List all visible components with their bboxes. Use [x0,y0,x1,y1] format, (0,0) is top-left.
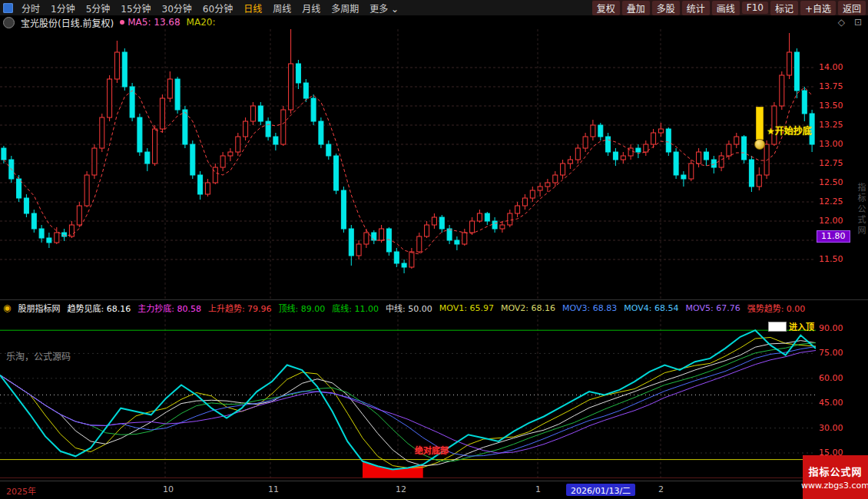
stock-logo-icon [3,17,15,28]
toolbar-actions: 复权叠加多股统计画线F10标记+自选返回 [592,0,868,15]
indicator-header: ◉ 股朋指标网 趋势见底: 68.16主力抄底: 80.58上升趋势: 79.9… [0,299,868,316]
price-axis-label: 13.00 [819,139,860,150]
period-tab[interactable]: 1分钟 [45,2,81,15]
watermark-site-name: 指标公式网 [808,464,862,478]
period-tab[interactable]: 5分钟 [81,2,116,15]
period-tab[interactable]: 月线 [297,2,326,15]
indicator-canvas[interactable] [0,315,816,481]
time-axis-label[interactable]: 2026/01/13/二 [566,484,635,496]
price-axis-label: 14.00 [819,62,860,73]
period-tab[interactable]: 更多 ⌄ [364,2,404,15]
price-axis-label: 13.75 [819,81,860,92]
period-tab[interactable]: 60分钟 [197,2,238,15]
indicator-panel[interactable]: 90.0075.0060.0045.0030.0015.00 绝对底部 进入顶 [0,315,868,481]
stock-title: 宝光股份(日线.前复权) [21,16,114,29]
current-price-badge: 11.80 [817,230,850,243]
right-watermark: 指标公式网 [854,183,866,236]
period-tab[interactable]: 15分钟 [115,2,156,15]
period-tab[interactable]: 周线 [267,2,297,15]
indicator-field: 顶线: 89.00 [279,302,326,314]
watermark-site-url: www.zbgs3.com [801,481,868,491]
candlestick-chart[interactable]: 14.0013.7513.5013.2513.0012.7512.5012.25… [0,29,868,299]
toolbar-button[interactable]: 返回 [838,1,866,15]
panel-layout-icon[interactable]: ⊡ [854,17,862,28]
indicator-field: MOV2: 68.16 [501,303,555,313]
indicator-field: MOV3: 68.83 [562,303,617,313]
diamond-tool-icon[interactable]: ◇ [838,17,845,28]
coin-icon [754,139,765,150]
indicator-field: 趋势见底: 68.16 [67,302,131,314]
watermark-badge: 指标公式网 www.zbgs3.com [803,455,868,499]
time-axis-label: 12 [396,484,406,494]
left-watermark: 乐淘，公式源码 [6,349,71,362]
toolbar-button[interactable]: +自选 [800,1,836,15]
indicator-source-icon: ◉ [3,302,11,313]
toolbar-button[interactable]: 标记 [770,1,798,15]
time-axis-label: 10 [163,484,174,494]
indicator-field: 底线: 11.00 [332,302,379,314]
time-axis[interactable]: 2025年10111212026/01/13/二2 [0,481,868,499]
toolbar-button[interactable]: F10 [742,2,768,14]
buy-signal-marker [756,107,764,140]
indicator-axis-label: 45.00 [819,398,860,408]
app-icon[interactable] [3,3,13,13]
buy-signal-label: ★开始抄底 [767,124,812,137]
period-tab[interactable]: 30分钟 [157,2,197,15]
topbar: 分时1分钟5分钟15分钟30分钟60分钟日线周线月线多周期更多 ⌄ 复权叠加多股… [0,0,868,16]
indicator-axis-label: 30.00 [819,423,860,434]
candles-canvas[interactable] [0,29,816,299]
ma20-value: MA20: [187,17,216,28]
time-axis-label: 1 [535,484,541,494]
chart-title-bar: 宝光股份(日线.前复权) MA5: 13.68 MA20: ◇ ⊡ [0,15,868,29]
toolbar-button[interactable]: 多股 [652,1,680,15]
indicator-field: 上升趋势: 79.96 [208,302,272,314]
ma5-dot-icon [120,20,124,25]
price-axis-label: 13.25 [819,120,860,131]
time-axis-label: 2025年 [6,484,36,497]
trading-app: 分时1分钟5分钟15分钟30分钟60分钟日线周线月线多周期更多 ⌄ 复权叠加多股… [0,0,868,499]
indicator-axis-label: 60.00 [819,373,860,384]
indicator-field: 主力抄底: 80.58 [137,302,201,314]
indicator-field: 强势趋势: 0.00 [747,302,806,314]
period-tab[interactable]: 多周期 [326,2,364,15]
indicator-axis-label: 90.00 [819,323,860,334]
time-axis-label: 2 [658,484,664,494]
period-tabs: 分时1分钟5分钟15分钟30分钟60分钟日线周线月线多周期更多 ⌄ [0,2,404,15]
indicator-field: MOV5: 67.76 [685,303,740,313]
indicator-field: MOV4: 68.54 [624,303,678,313]
indicator-axis-label: 75.00 [819,348,860,359]
period-tab[interactable]: 分时 [16,2,45,15]
price-axis-label: 11.50 [819,254,860,265]
period-tab[interactable]: 日线 [238,2,267,15]
toolbar-button[interactable]: 叠加 [622,1,650,15]
top-zone-flag: 进入顶 [768,320,814,332]
top-flag-icon [768,322,787,332]
indicator-field: 中线: 50.00 [386,302,432,314]
indicator-field: MOV1: 65.97 [439,303,494,313]
price-axis-label: 13.50 [819,101,860,111]
time-axis-label: 11 [268,484,279,494]
price-axis-label: 12.75 [819,158,860,169]
chart-tools: ◇ ⊡ [838,17,862,28]
toolbar-button[interactable]: 复权 [592,1,620,15]
toolbar-button[interactable]: 画线 [712,1,740,15]
toolbar-button[interactable]: 统计 [682,1,710,15]
bottom-zone-label: 绝对底部 [415,444,449,456]
ma5-value: MA5: 13.68 [128,17,180,28]
indicator-source: 股朋指标网 [18,302,60,314]
top-zone-label: 进入顶 [789,320,814,332]
